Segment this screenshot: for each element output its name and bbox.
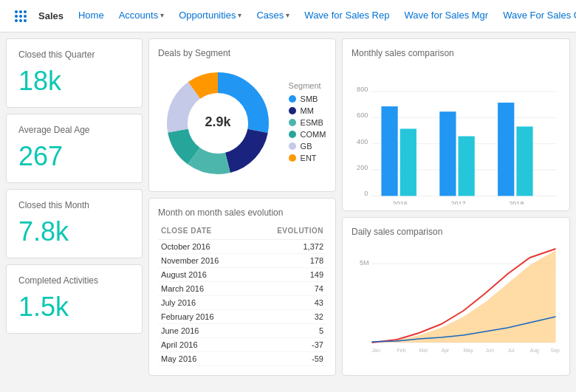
donut-chart: 2.9k xyxy=(159,64,277,182)
opportunities-caret: ▾ xyxy=(238,11,241,19)
svg-text:May: May xyxy=(464,348,474,354)
cell-date: July 2016 xyxy=(158,296,250,310)
segment-header: Segment xyxy=(289,81,326,90)
col-evolution: EVOLUTION xyxy=(250,224,326,240)
svg-text:Mar: Mar xyxy=(419,348,429,353)
nav-wave-sales-mgr[interactable]: Wave for Sales Mgr xyxy=(397,0,496,32)
cell-date: November 2016 xyxy=(158,254,250,268)
nav-cases[interactable]: Cases ▾ xyxy=(249,0,297,32)
cell-date: August 2016 xyxy=(158,268,250,282)
left-column: Closed this Quarter 18k Average Deal Age… xyxy=(6,38,143,376)
monthly-sales-title: Monthly sales comparison xyxy=(352,48,560,58)
daily-orange-area xyxy=(372,250,556,343)
svg-text:Feb: Feb xyxy=(397,348,406,353)
svg-text:Aug: Aug xyxy=(530,348,540,354)
legend-smb: SMB xyxy=(289,94,326,103)
svg-text:0: 0 xyxy=(364,190,368,197)
kpi-closed-month-value: 7.8k xyxy=(18,216,130,247)
month-on-month-card: Month on month sales evolution CLOSE DAT… xyxy=(148,198,336,376)
app-launcher-icon[interactable] xyxy=(15,10,27,22)
cell-evolution: 74 xyxy=(250,282,326,296)
cell-evolution: 32 xyxy=(250,310,326,324)
cell-date: March 2016 xyxy=(158,282,250,296)
cell-evolution: 5 xyxy=(250,324,326,338)
svg-text:2018: 2018 xyxy=(509,200,524,204)
legend-comm-label: COMM xyxy=(301,130,326,139)
svg-text:5M: 5M xyxy=(360,259,369,267)
daily-sales-title: Daily sales comparison xyxy=(352,227,560,237)
svg-text:800: 800 xyxy=(357,86,368,93)
nav-home[interactable]: Home xyxy=(71,0,112,32)
month-on-month-title: Month on month sales evolution xyxy=(158,207,326,218)
bar-2017-b1 xyxy=(439,111,456,196)
legend-gb-dot xyxy=(289,142,296,150)
legend-comm: COMM xyxy=(289,130,326,139)
table-row: June 2016 5 xyxy=(158,324,326,338)
cell-date: February 2016 xyxy=(158,310,250,324)
svg-text:Apr: Apr xyxy=(442,348,450,354)
legend-esmb-label: ESMB xyxy=(301,118,323,127)
mom-table: CLOSE DATE EVOLUTION October 2016 1,372 … xyxy=(158,224,326,366)
table-row: October 2016 1,372 xyxy=(158,240,326,254)
monthly-sales-card: Monthly sales comparison 0 200 400 600 8… xyxy=(342,38,570,211)
bar-chart-svg: 0 200 400 600 800 xyxy=(352,64,560,204)
kpi-avg-deal-age-value: 267 xyxy=(18,141,130,172)
legend-ent-label: ENT xyxy=(301,154,317,162)
cell-evolution: 178 xyxy=(250,254,326,268)
cell-evolution: 43 xyxy=(250,296,326,310)
nav: Sales Home Accounts ▾ Opportunities ▾ Ca… xyxy=(15,0,576,32)
bar-2016-b2 xyxy=(400,128,416,196)
svg-text:Jun: Jun xyxy=(486,348,494,353)
cell-evolution: -59 xyxy=(250,352,326,366)
svg-text:2.9k: 2.9k xyxy=(205,114,231,129)
table-row: November 2016 178 xyxy=(158,254,326,268)
svg-text:2017: 2017 xyxy=(450,200,465,204)
nav-wave-sales-rep[interactable]: Wave for Sales Rep xyxy=(297,0,397,32)
legend-smb-label: SMB xyxy=(301,94,318,103)
legend-gb: GB xyxy=(289,142,326,151)
table-row: May 2016 -59 xyxy=(158,352,326,366)
kpi-completed-activities: Completed Activities 1.5k xyxy=(6,264,143,334)
nav-app-name[interactable]: Sales xyxy=(31,0,71,32)
legend-esmb: ESMB xyxy=(289,118,326,127)
svg-text:200: 200 xyxy=(357,164,368,171)
svg-text:600: 600 xyxy=(357,111,368,119)
nav-opportunities[interactable]: Opportunities ▾ xyxy=(171,0,249,32)
legend-ent: ENT xyxy=(289,154,326,162)
deals-by-segment-title: Deals by Segment xyxy=(158,48,326,58)
mid-column: Deals by Segment 2.9k xyxy=(143,38,342,376)
cell-date: October 2016 xyxy=(158,240,250,254)
legend-mm: MM xyxy=(289,106,326,115)
cases-caret: ▾ xyxy=(286,11,289,19)
donut-legend: Segment SMB MM ESMB COM xyxy=(289,81,326,165)
kpi-closed-month-title: Closed this Month xyxy=(18,200,130,210)
cell-evolution: -37 xyxy=(250,338,326,352)
bar-2017-b2 xyxy=(459,137,475,196)
daily-chart-area: 5M Jan Feb Mar Apr May Jun Jul xyxy=(352,243,560,357)
legend-ent-dot xyxy=(289,154,296,162)
table-row: August 2016 149 xyxy=(158,268,326,282)
table-row: February 2016 32 xyxy=(158,310,326,324)
daily-chart-svg: 5M Jan Feb Mar Apr May Jun Jul xyxy=(352,243,560,357)
cell-date: May 2016 xyxy=(158,352,250,366)
kpi-completed-activities-value: 1.5k xyxy=(18,292,130,323)
nav-accounts[interactable]: Accounts ▾ xyxy=(112,0,171,32)
kpi-closed-quarter-value: 18k xyxy=(18,66,130,97)
table-row: March 2016 74 xyxy=(158,282,326,296)
right-column: Monthly sales comparison 0 200 400 600 8… xyxy=(342,38,570,376)
svg-text:Jan: Jan xyxy=(372,348,380,353)
nav-wave-sales-ops[interactable]: Wave For Sales Ops xyxy=(496,0,576,32)
table-row: April 2016 -37 xyxy=(158,338,326,352)
kpi-avg-deal-age-title: Average Deal Age xyxy=(18,125,130,135)
deals-by-segment-card: Deals by Segment 2.9k xyxy=(148,38,336,192)
cell-date: April 2016 xyxy=(158,338,250,352)
legend-mm-label: MM xyxy=(301,106,314,115)
dashboard-main: Closed this Quarter 18k Average Deal Age… xyxy=(0,32,576,382)
svg-text:400: 400 xyxy=(357,138,368,145)
daily-sales-card: Daily sales comparison 5M Jan Feb xyxy=(342,217,570,376)
col-close-date: CLOSE DATE xyxy=(158,224,250,240)
bar-2018-b2 xyxy=(516,126,532,196)
kpi-completed-activities-title: Completed Activities xyxy=(18,275,130,286)
accounts-caret: ▾ xyxy=(160,11,164,19)
kpi-closed-quarter: Closed this Quarter 18k xyxy=(6,38,143,108)
